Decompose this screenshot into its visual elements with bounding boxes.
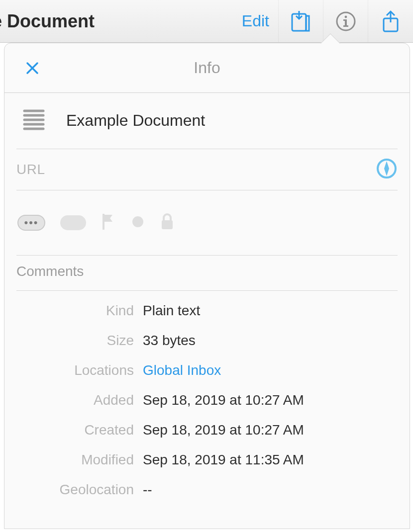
document-name[interactable]: Example Document (66, 111, 205, 130)
document-header-section: Example Document (16, 93, 398, 149)
page-title: ole Document (0, 11, 95, 32)
info-popover: Info Example Document URL (4, 43, 410, 529)
lock-icon[interactable] (160, 213, 175, 233)
meta-row-size: Size 33 bytes (16, 326, 398, 355)
close-icon (25, 60, 39, 78)
svg-rect-1 (306, 16, 309, 31)
svg-rect-15 (162, 220, 173, 229)
meta-row-modified: Modified Sep 18, 2019 at 11:35 AM (16, 445, 398, 475)
url-section: URL (16, 149, 398, 190)
import-icon (290, 10, 312, 33)
compass-icon[interactable] (376, 158, 398, 181)
comments-field[interactable]: Comments (16, 256, 398, 290)
item-flags-section: ••• (16, 190, 398, 256)
meta-row-added: Added Sep 18, 2019 at 10:27 AM (16, 385, 398, 415)
flag-icon[interactable] (101, 213, 116, 233)
meta-row-geolocation: Geolocation -- (16, 475, 398, 505)
share-icon (381, 9, 401, 33)
top-toolbar: ole Document Edit (0, 0, 413, 43)
share-button[interactable] (368, 0, 413, 43)
popover-header: Info (4, 43, 410, 93)
location-link[interactable]: Global Inbox (143, 362, 221, 378)
close-button[interactable] (21, 58, 43, 80)
info-icon (335, 10, 357, 32)
meta-row-created: Created Sep 18, 2019 at 10:27 AM (16, 415, 398, 445)
svg-rect-5 (343, 19, 347, 21)
label-toggle[interactable] (60, 215, 86, 230)
meta-row-locations: Locations Global Inbox (16, 355, 398, 385)
svg-point-3 (344, 15, 347, 18)
import-button[interactable] (279, 0, 323, 43)
svg-rect-6 (343, 25, 348, 27)
meta-row-kind: Kind Plain text (16, 296, 398, 326)
comments-section: Comments (16, 256, 398, 291)
tags-button[interactable]: ••• (17, 215, 45, 231)
document-icon (19, 106, 48, 135)
metadata-table: Kind Plain text Size 33 bytes Locations … (4, 291, 410, 505)
rating-dot-icon[interactable] (131, 215, 145, 231)
svg-point-14 (132, 216, 143, 227)
popover-title: Info (194, 59, 220, 77)
edit-button[interactable]: Edit (233, 0, 279, 43)
url-field[interactable]: URL (16, 162, 376, 177)
